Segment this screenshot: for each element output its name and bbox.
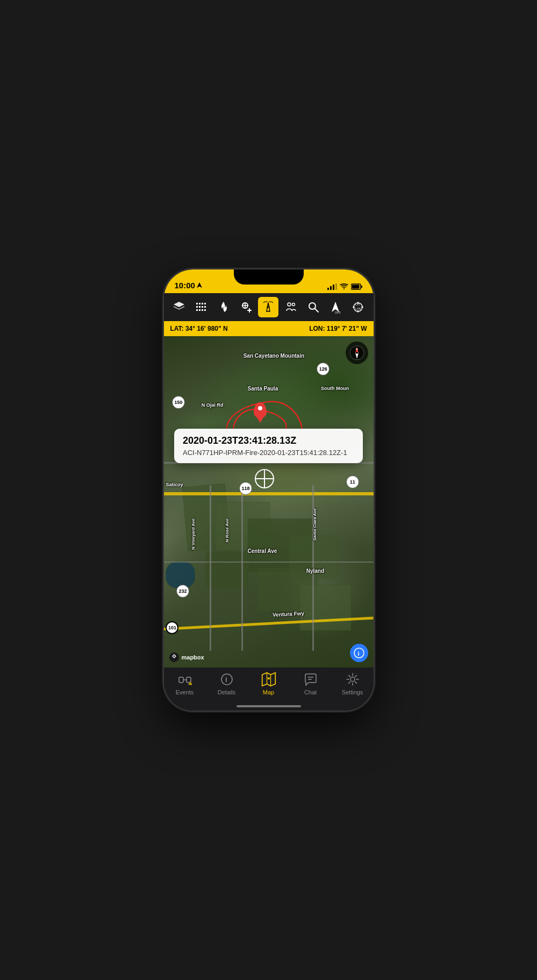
svg-text:GPS: GPS: [335, 311, 341, 314]
info-button[interactable]: i: [350, 644, 368, 662]
svg-text:i: i: [357, 650, 359, 657]
map-area[interactable]: N San Cayetano Mountain Santa Paula Sout…: [164, 336, 374, 667]
tab-settings-icon: [345, 672, 360, 687]
signal-icon: [327, 283, 337, 290]
mapbox-logo: mapbox: [169, 652, 204, 662]
svg-rect-20: [204, 309, 206, 311]
fire-tool-button[interactable]: [213, 297, 234, 317]
route-badge-118: 118: [239, 482, 252, 495]
mapbox-logo-icon: [169, 652, 179, 662]
svg-text:LON: LON: [355, 307, 361, 310]
status-icons: [327, 283, 363, 290]
svg-point-62: [350, 677, 355, 681]
location-add-tool-button[interactable]: [236, 297, 256, 317]
route-badge-232: 232: [176, 585, 189, 598]
route-badge-11: 11: [346, 475, 359, 488]
toolbar: GPS LAT LON: [164, 293, 374, 321]
lat-coord: LAT: 34° 16' 980" N: [170, 325, 228, 332]
gps-tool-button[interactable]: GPS: [325, 297, 346, 317]
tab-events-label: Events: [176, 689, 194, 695]
map-road-vineyard: [210, 485, 211, 651]
notch: [234, 269, 304, 285]
fire-tower-active-icon: [261, 300, 276, 315]
tab-chat-icon: [303, 672, 318, 687]
svg-rect-11: [202, 303, 203, 304]
route-badge-150: 150: [172, 396, 185, 409]
popup-timestamp: 2020-01-23T23:41:28.13Z: [183, 435, 354, 446]
svg-text:LAT: LAT: [355, 303, 360, 306]
svg-point-28: [309, 303, 316, 309]
info-icon: i: [354, 648, 364, 658]
layers-icon: [173, 301, 185, 314]
location-arrow-icon: [197, 282, 202, 289]
people-icon: [284, 301, 297, 314]
svg-rect-3: [335, 283, 337, 290]
popup-id: ACI-N771HP-IPRM-Fire-2020-01-23T15:41:28…: [183, 449, 354, 457]
tab-details[interactable]: i Details: [211, 672, 243, 695]
tab-map-label: Map: [263, 689, 274, 695]
mapbox-text: mapbox: [182, 654, 204, 661]
gps-icon: GPS: [329, 301, 342, 314]
map-field: [300, 585, 351, 630]
layers-tool-button[interactable]: [169, 297, 189, 317]
svg-point-26: [288, 303, 291, 306]
svg-text:N: N: [356, 347, 358, 351]
svg-rect-1: [330, 286, 332, 290]
svg-rect-47: [179, 677, 183, 683]
tab-bar: Events i Details: [164, 667, 374, 711]
svg-rect-6: [361, 286, 362, 288]
route-badge-101: 101: [166, 621, 178, 634]
tab-map-icon: [261, 672, 276, 687]
svg-rect-17: [196, 309, 198, 311]
compass[interactable]: N: [346, 342, 368, 364]
tab-chat[interactable]: Chat: [295, 672, 327, 695]
svg-rect-0: [327, 288, 329, 290]
controls-tool-button[interactable]: [191, 297, 212, 317]
svg-rect-15: [202, 306, 203, 308]
tab-details-icon: i: [219, 672, 234, 687]
tab-map[interactable]: Map: [253, 672, 285, 695]
svg-rect-9: [196, 303, 198, 304]
lon-coord: LON: 119° 7' 21" W: [309, 325, 367, 332]
svg-marker-55: [262, 673, 275, 686]
battery-icon: [351, 283, 363, 290]
tab-chat-label: Chat: [304, 689, 317, 695]
svg-rect-19: [202, 309, 203, 311]
status-time: 10:00: [175, 281, 202, 290]
svg-point-52: [190, 684, 190, 685]
svg-rect-13: [196, 306, 198, 308]
tab-events-icon: [177, 672, 192, 687]
phone-device: 10:00: [164, 269, 374, 711]
pin-dot: [258, 406, 262, 410]
svg-point-44: [173, 656, 175, 657]
map-lake: [166, 562, 195, 588]
coords-bar: LAT: 34° 16' 980" N LON: 119° 7' 21" W: [164, 321, 374, 336]
map-crosshair: [255, 469, 274, 488]
latlon-tool-button[interactable]: LAT LON: [348, 297, 368, 317]
svg-point-27: [292, 303, 295, 306]
phone-screen: 10:00: [164, 269, 374, 711]
search-tool-button[interactable]: [303, 297, 324, 317]
fire-info-popup[interactable]: 2020-01-23T23:41:28.13Z ACI-N771HP-IPRM-…: [174, 429, 363, 463]
controls-icon: [195, 301, 208, 314]
home-indicator: [237, 705, 301, 707]
map-highway-118: [164, 492, 374, 495]
search-icon: [307, 301, 320, 314]
svg-line-29: [315, 309, 318, 312]
latlon-icon: LAT LON: [352, 301, 364, 314]
svg-rect-5: [352, 285, 359, 289]
fire-icon: [217, 301, 230, 314]
tab-settings-label: Settings: [342, 689, 363, 695]
svg-marker-7: [174, 302, 184, 307]
tab-details-label: Details: [218, 689, 236, 695]
svg-text:i: i: [225, 676, 227, 684]
svg-rect-16: [204, 306, 206, 308]
tab-events[interactable]: Events: [169, 672, 201, 695]
fire-tower-tool-button[interactable]: [258, 297, 278, 317]
tab-settings[interactable]: Settings: [336, 672, 369, 695]
map-road-rose: [241, 485, 243, 651]
svg-rect-18: [199, 309, 201, 311]
people-tool-button[interactable]: [281, 297, 301, 317]
location-add-icon: [240, 301, 253, 314]
map-pin[interactable]: [254, 402, 267, 418]
